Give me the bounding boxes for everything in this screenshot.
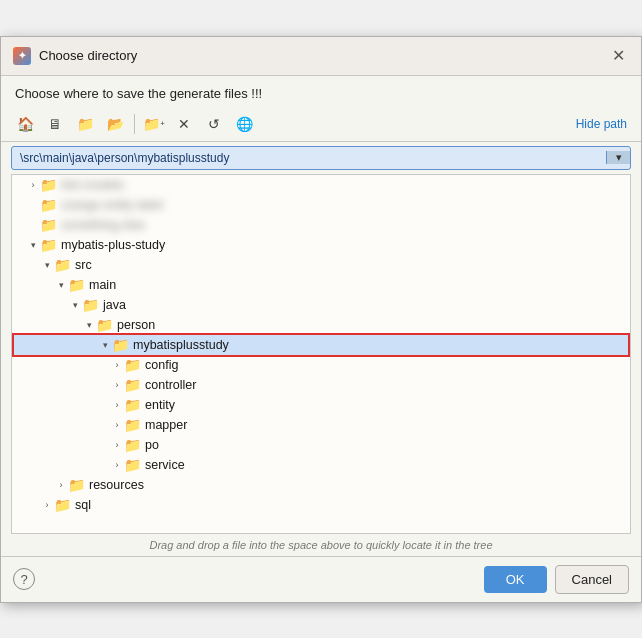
item-label-controller: controller bbox=[145, 378, 196, 392]
title-bar-left: ✦ Choose directory bbox=[13, 47, 137, 65]
folder-icon-po: 📁 bbox=[124, 437, 141, 453]
item-label-resources: resources bbox=[89, 478, 144, 492]
folder-icon-mapper: 📁 bbox=[124, 417, 141, 433]
help-button[interactable]: ? bbox=[13, 568, 35, 590]
folder-icon-blurred1: 📁 bbox=[40, 197, 57, 213]
folder-icon-main: 📁 bbox=[68, 277, 85, 293]
folder-icon-person: 📁 bbox=[96, 317, 113, 333]
path-input[interactable] bbox=[12, 147, 606, 169]
tree-item-controller[interactable]: 📁 controller bbox=[12, 375, 630, 395]
web-button[interactable]: 🌐 bbox=[230, 111, 258, 137]
chevron-sql[interactable] bbox=[40, 498, 54, 512]
tree-item-src[interactable]: 📁 src bbox=[12, 255, 630, 275]
ok-button[interactable]: OK bbox=[484, 566, 547, 593]
chevron-resources[interactable] bbox=[54, 478, 68, 492]
toolbar: 🏠 🖥 📁 📂 📁+ ✕ ↺ 🌐 Hide path bbox=[1, 107, 641, 142]
folder-icon-entity: 📁 bbox=[124, 397, 141, 413]
folder-icon-blurred2: 📁 bbox=[40, 217, 57, 233]
folder-icon-resources: 📁 bbox=[68, 477, 85, 493]
tree-item-mybatisplusstudy[interactable]: 📁 mybatisplusstudy bbox=[14, 335, 628, 355]
chevron-src[interactable] bbox=[40, 258, 54, 272]
chevron-mybatisplusstudy[interactable] bbox=[98, 338, 112, 352]
folder-icon-controller: 📁 bbox=[124, 377, 141, 393]
tree-item-blurred2[interactable]: 📁 something else bbox=[12, 215, 630, 235]
hint-bar: Drag and drop a file into the space abov… bbox=[1, 534, 641, 556]
item-label-mybatis: mybatis-plus-study bbox=[61, 238, 165, 252]
choose-directory-dialog: ✦ Choose directory ✕ Choose where to sav… bbox=[0, 36, 642, 603]
tree-item-person[interactable]: 📁 person bbox=[12, 315, 630, 335]
tree-item-java[interactable]: 📁 java bbox=[12, 295, 630, 315]
item-label-person: person bbox=[117, 318, 155, 332]
refresh-button[interactable]: ↺ bbox=[200, 111, 228, 137]
folder-icon-mybatis: 📁 bbox=[40, 237, 57, 253]
chevron-mapper[interactable] bbox=[110, 418, 124, 432]
item-label-mapper: mapper bbox=[145, 418, 187, 432]
folder-icon-java: 📁 bbox=[82, 297, 99, 313]
new-folder-button[interactable]: 📁+ bbox=[140, 111, 168, 137]
dialog-title: Choose directory bbox=[39, 48, 137, 63]
item-label-java: java bbox=[103, 298, 126, 312]
item-label-config: config bbox=[145, 358, 178, 372]
folder-icon-link-models: 📁 bbox=[40, 177, 57, 193]
folder-icon-sql: 📁 bbox=[54, 497, 71, 513]
path-dropdown-button[interactable]: ▾ bbox=[606, 151, 630, 164]
computer-button[interactable]: 🖥 bbox=[41, 111, 69, 137]
item-label-blurred2: something else bbox=[61, 218, 145, 232]
chevron-mybatis[interactable] bbox=[26, 238, 40, 252]
item-label-sql: sql bbox=[75, 498, 91, 512]
folder-icon-service: 📁 bbox=[124, 457, 141, 473]
hide-path-button[interactable]: Hide path bbox=[572, 115, 631, 133]
dialog-subtitle: Choose where to save the generate files … bbox=[1, 76, 641, 107]
item-label-main: main bbox=[89, 278, 116, 292]
title-bar: ✦ Choose directory ✕ bbox=[1, 37, 641, 76]
chevron-java[interactable] bbox=[68, 298, 82, 312]
cancel-button[interactable]: Cancel bbox=[555, 565, 629, 594]
chevron-po[interactable] bbox=[110, 438, 124, 452]
item-label-entity: entity bbox=[145, 398, 175, 412]
item-label-po: po bbox=[145, 438, 159, 452]
file-tree[interactable]: 📁 link-models 📁 orange entity label 📁 so… bbox=[11, 174, 631, 534]
chevron-link-models[interactable] bbox=[26, 178, 40, 192]
bottom-bar: ? OK Cancel bbox=[1, 556, 641, 602]
tree-item-mapper[interactable]: 📁 mapper bbox=[12, 415, 630, 435]
tree-item-entity[interactable]: 📁 entity bbox=[12, 395, 630, 415]
tree-item-po[interactable]: 📁 po bbox=[12, 435, 630, 455]
chevron-config[interactable] bbox=[110, 358, 124, 372]
item-label-link-models: link-models bbox=[61, 178, 124, 192]
tree-item-resources[interactable]: 📁 resources bbox=[12, 475, 630, 495]
delete-button[interactable]: ✕ bbox=[170, 111, 198, 137]
folder-icon-src: 📁 bbox=[54, 257, 71, 273]
tree-item-link-models[interactable]: 📁 link-models bbox=[12, 175, 630, 195]
item-label-blurred1: orange entity label bbox=[61, 198, 163, 212]
tree-item-sql[interactable]: 📁 sql bbox=[12, 495, 630, 515]
chevron-entity[interactable] bbox=[110, 398, 124, 412]
folder-icon-config: 📁 bbox=[124, 357, 141, 373]
path-bar: ▾ bbox=[11, 146, 631, 170]
chevron-person[interactable] bbox=[82, 318, 96, 332]
close-button[interactable]: ✕ bbox=[607, 45, 629, 67]
tree-item-service[interactable]: 📁 service bbox=[12, 455, 630, 475]
tree-item-config[interactable]: 📁 config bbox=[12, 355, 630, 375]
chevron-main[interactable] bbox=[54, 278, 68, 292]
folder-icon-mybatisplusstudy: 📁 bbox=[112, 337, 129, 353]
tree-item-mybatis-plus-study[interactable]: 📁 mybatis-plus-study bbox=[12, 235, 630, 255]
toolbar-separator bbox=[134, 114, 135, 134]
item-label-src: src bbox=[75, 258, 92, 272]
folder-up-button[interactable]: 📂 bbox=[101, 111, 129, 137]
chevron-service[interactable] bbox=[110, 458, 124, 472]
app-icon: ✦ bbox=[13, 47, 31, 65]
tree-item-main[interactable]: 📁 main bbox=[12, 275, 630, 295]
item-label-service: service bbox=[145, 458, 185, 472]
chevron-controller[interactable] bbox=[110, 378, 124, 392]
home-button[interactable]: 🏠 bbox=[11, 111, 39, 137]
folder-button[interactable]: 📁 bbox=[71, 111, 99, 137]
item-label-mybatisplusstudy: mybatisplusstudy bbox=[133, 338, 229, 352]
tree-item-blurred1[interactable]: 📁 orange entity label bbox=[12, 195, 630, 215]
